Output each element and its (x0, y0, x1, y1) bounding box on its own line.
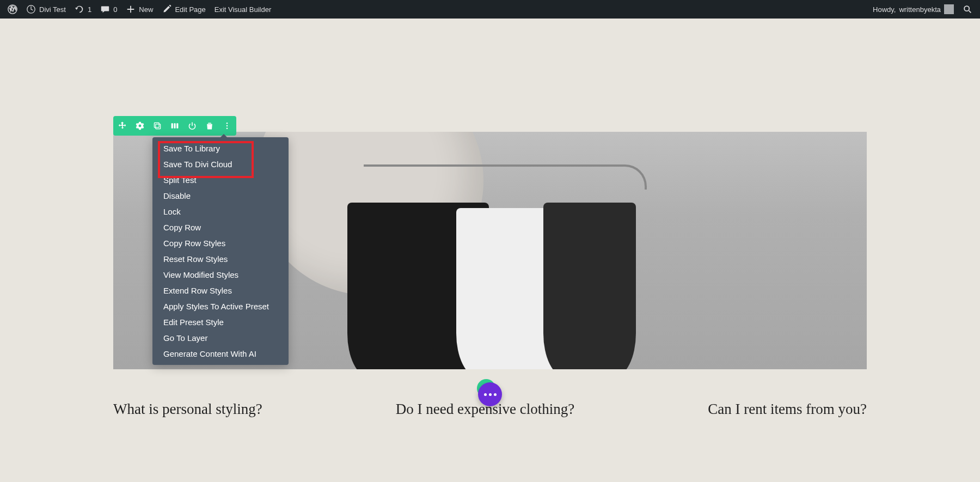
menu-item-reset-row-styles[interactable]: Reset Row Styles (152, 251, 289, 267)
row-toolbar (113, 116, 236, 136)
menu-item-split-test[interactable]: Split Test (152, 172, 289, 188)
my-account-link[interactable]: Howdy, writtenbyekta (868, 0, 958, 19)
menu-item-edit-preset-style[interactable]: Edit Preset Style (152, 314, 289, 330)
columns-icon[interactable] (170, 121, 180, 131)
refresh-icon (75, 4, 84, 14)
edit-page-link[interactable]: Edit Page (157, 0, 210, 19)
gear-icon[interactable] (135, 121, 145, 131)
wp-logo[interactable] (3, 0, 22, 19)
admin-search[interactable] (958, 0, 977, 19)
svg-point-10 (226, 128, 228, 130)
power-icon[interactable] (187, 121, 197, 131)
menu-item-copy-row-styles[interactable]: Copy Row Styles (152, 235, 289, 251)
howdy-prefix: Howdy, (873, 5, 896, 14)
svg-rect-4 (154, 123, 159, 127)
more-icon[interactable] (222, 121, 232, 131)
menu-item-go-to-layer[interactable]: Go To Layer (152, 330, 289, 346)
search-icon (963, 4, 972, 14)
ellipsis-icon (484, 393, 497, 396)
menu-item-lock[interactable]: Lock (152, 204, 289, 219)
updates-link[interactable]: 1 (70, 0, 96, 19)
svg-rect-5 (171, 123, 173, 129)
wp-admin-bar: Divi Test 1 0 New Edit Page (0, 0, 980, 19)
site-title: Divi Test (39, 5, 66, 14)
svg-point-8 (226, 123, 228, 124)
new-label: New (139, 5, 153, 14)
menu-item-save-to-library[interactable]: Save To Library (152, 141, 289, 156)
builder-fab[interactable] (478, 382, 502, 406)
exit-vb-label: Exit Visual Builder (215, 5, 272, 14)
menu-item-generate-ai[interactable]: Generate Content With AI (152, 346, 289, 362)
trash-icon[interactable] (205, 121, 215, 131)
pencil-icon (162, 4, 171, 14)
menu-item-copy-row[interactable]: Copy Row (152, 219, 289, 235)
plus-icon (126, 4, 136, 14)
edit-page-label: Edit Page (175, 5, 205, 14)
menu-item-view-modified-styles[interactable]: View Modified Styles (152, 267, 289, 283)
menu-item-save-to-divi-cloud[interactable]: Save To Divi Cloud (152, 156, 289, 172)
faq-heading-1: What is personal styling? (113, 401, 262, 418)
howdy-username: writtenbyekta (899, 5, 941, 14)
exit-visual-builder-link[interactable]: Exit Visual Builder (210, 0, 276, 19)
svg-rect-3 (156, 124, 161, 129)
wordpress-icon (8, 4, 17, 14)
fab-cluster (478, 382, 502, 406)
dashboard-icon (26, 4, 36, 14)
duplicate-icon[interactable] (152, 121, 162, 131)
updates-count: 1 (88, 5, 91, 14)
faq-heading-3: Can I rent items from you? (708, 401, 867, 418)
avatar (944, 4, 954, 14)
comments-count: 0 (113, 5, 117, 14)
content-wrap: Save To Library Save To Divi Cloud Split… (113, 19, 867, 482)
svg-rect-7 (176, 123, 178, 129)
comment-icon (100, 4, 110, 14)
menu-item-apply-styles-preset[interactable]: Apply Styles To Active Preset (152, 298, 289, 314)
svg-point-2 (964, 6, 969, 11)
svg-rect-6 (174, 123, 175, 129)
menu-item-disable[interactable]: Disable (152, 188, 289, 204)
menu-item-extend-row-styles[interactable]: Extend Row Styles (152, 283, 289, 298)
new-content-link[interactable]: New (121, 0, 157, 19)
comments-link[interactable]: 0 (96, 0, 121, 19)
move-icon[interactable] (118, 121, 127, 131)
svg-point-9 (226, 125, 228, 127)
page-canvas: Save To Library Save To Divi Cloud Split… (0, 19, 980, 482)
row-context-menu: Save To Library Save To Divi Cloud Split… (152, 137, 289, 365)
site-name-link[interactable]: Divi Test (22, 0, 70, 19)
